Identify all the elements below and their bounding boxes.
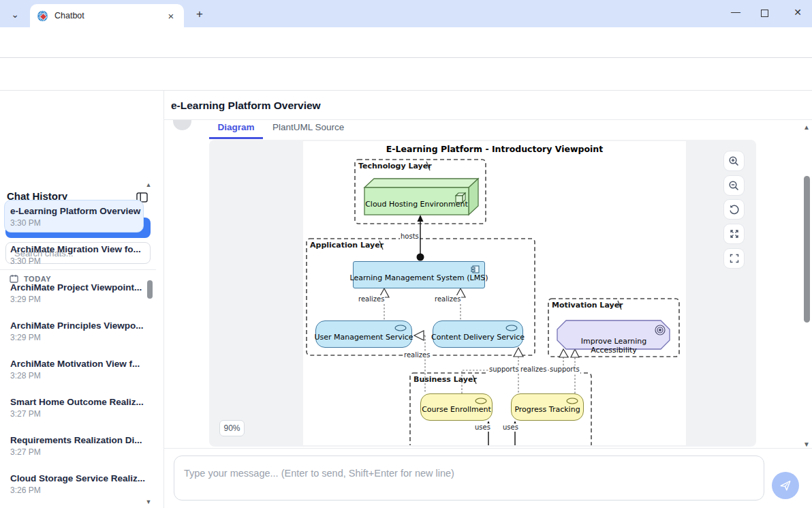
message-input[interactable]: Type your message... (Enter to send, Shi… xyxy=(174,455,764,500)
technology-layer-label: Technology Layer xyxy=(358,162,432,170)
chat-item-time: 3:27 PM xyxy=(10,447,143,457)
tab-close-icon[interactable]: × xyxy=(165,10,177,22)
reset-view-button[interactable] xyxy=(723,199,745,220)
element-ums-label: User Management Service xyxy=(314,333,413,342)
relation-uses-label: uses xyxy=(474,423,491,432)
chat-item-time: 3:30 PM xyxy=(10,218,143,228)
relation-realizes-label: realizes xyxy=(358,295,385,303)
browser-window: ⌄ Chatbot × + — ✕ ← → xyxy=(0,0,812,508)
service-oval-icon xyxy=(394,325,407,331)
send-button[interactable] xyxy=(772,472,799,499)
element-goal: Improve Learning Accessibility xyxy=(559,337,668,355)
component-icon xyxy=(471,265,480,273)
window-maximize-button[interactable] xyxy=(761,10,768,17)
reset-icon xyxy=(728,204,740,215)
chat-item-time: 3:26 PM xyxy=(10,485,143,495)
visual-paradigm-favicon xyxy=(37,10,48,22)
sidebar-scroll-up-icon[interactable]: ▲ xyxy=(144,181,153,188)
chat-item[interactable]: Smart Home Outcome Realiz... 3:27 PM xyxy=(4,391,144,423)
send-plane-icon xyxy=(779,479,792,492)
chat-item-time: 3:29 PM xyxy=(10,333,143,342)
page-title: e-Learning Platform Overview xyxy=(171,100,321,112)
app-header: Chatbot Powered by Visual Paradigm More … xyxy=(0,58,812,91)
fullscreen-icon xyxy=(729,253,740,264)
browser-tabstrip: ⌄ Chatbot × + — ✕ xyxy=(0,0,812,27)
sidebar-scroll-down-icon[interactable]: ▼ xyxy=(144,498,153,505)
element-progress-tracking: Progress Tracking xyxy=(511,393,584,421)
chat-item-title: Smart Home Outcome Realiz... xyxy=(10,397,143,407)
relation-realizes-label: realizes xyxy=(403,351,431,359)
chat-item[interactable]: ArchiMate Motivation View f... 3:28 PM xyxy=(4,353,144,385)
browser-tab[interactable]: Chatbot × xyxy=(30,4,184,27)
chat-item[interactable]: ArchiMate Principles Viewpo... 3:29 PM xyxy=(4,314,144,347)
relation-supports-label: supports xyxy=(488,365,520,374)
diagram-connectors xyxy=(303,141,686,445)
viewer-tabs: Diagram PlantUML Source xyxy=(209,122,344,138)
zoom-out-button[interactable] xyxy=(723,175,745,196)
chat-item[interactable]: ArchiMate Project Viewpoint... 3:29 PM xyxy=(4,276,144,309)
divider xyxy=(164,448,812,449)
sidebar-scrollbar-thumb[interactable] xyxy=(147,280,153,299)
relation-supports-label: supports xyxy=(549,365,580,374)
chat-item-title: e-Learning Platform Overview xyxy=(10,206,143,216)
assistant-avatar xyxy=(173,120,191,130)
element-lms: Learning Management System (LMS) xyxy=(353,261,485,288)
service-oval-icon xyxy=(505,325,518,331)
expand-icon xyxy=(729,228,740,239)
element-course-enrollment: Course Enrollment xyxy=(420,393,493,421)
fullscreen-button[interactable] xyxy=(723,248,745,269)
chevron-down-icon: ⌄ xyxy=(11,9,19,20)
active-tab-underline xyxy=(209,137,263,139)
tab-search-button[interactable]: ⌄ xyxy=(5,5,25,23)
message-input-placeholder: Type your message... (Enter to send, Shi… xyxy=(184,468,454,479)
tab-plantuml-source[interactable]: PlantUML Source xyxy=(272,122,344,138)
chat-item[interactable]: Requirements Realization Di... 3:27 PM xyxy=(4,429,144,462)
chat-item-time: 3:28 PM xyxy=(10,371,143,380)
zoom-out-icon xyxy=(728,180,740,192)
zoom-in-button[interactable] xyxy=(723,151,745,171)
diagram-canvas: E-Learning Platform - Introductory Viewp… xyxy=(303,141,686,445)
window-minimize-button[interactable]: — xyxy=(725,6,746,17)
chat-item-title: ArchiMate Migration View fo... xyxy=(10,244,143,254)
relation-hosts-label: hosts xyxy=(400,233,420,241)
motivation-layer-label: Motivation Layer xyxy=(552,301,623,310)
element-course-label: Course Enrollment xyxy=(422,405,491,414)
service-oval-icon xyxy=(475,398,487,404)
relation-realizes-label: realizes xyxy=(520,365,547,374)
chat-item-time: 3:30 PM xyxy=(10,256,143,266)
element-progress-label: Progress Tracking xyxy=(514,405,580,414)
chat-item-time: 3:27 PM xyxy=(10,409,143,419)
chat-item-time: 3:29 PM xyxy=(10,295,143,304)
diagram-viewer-panel: E-Learning Platform - Introductory Viewp… xyxy=(209,140,756,447)
element-cds-label: Content Delivery Service xyxy=(431,333,525,342)
zoom-in-icon xyxy=(728,155,740,167)
relation-realizes-label: realizes xyxy=(434,295,461,303)
element-content-delivery-service: Content Delivery Service xyxy=(433,320,523,348)
chat-item-title: ArchiMate Motivation View f... xyxy=(10,359,143,369)
chat-scrollbar-thumb[interactable] xyxy=(804,176,810,323)
tab-diagram[interactable]: Diagram xyxy=(209,122,263,138)
chat-scroll-up-icon[interactable]: ▲ xyxy=(802,123,811,131)
zoom-level-badge: 90% xyxy=(219,420,245,436)
service-oval-icon xyxy=(566,398,578,404)
chat-item-title: Cloud Storage Service Realiz... xyxy=(10,473,143,483)
chat-item[interactable]: Cloud Storage Service Realiz... 3:26 PM xyxy=(4,467,144,500)
chat-item[interactable]: e-Learning Platform Overview 3:30 PM xyxy=(4,200,144,233)
element-lms-label: Learning Management System (LMS) xyxy=(350,273,488,282)
chat-item[interactable]: ArchiMate Migration View fo... 3:30 PM xyxy=(4,238,144,271)
element-cloud-hosting: Cloud Hosting Environment xyxy=(364,200,469,209)
chat-message-area: Diagram PlantUML Source E-Learning Platf… xyxy=(164,120,812,448)
expand-button[interactable] xyxy=(723,224,745,244)
window-close-button[interactable]: ✕ xyxy=(787,7,808,18)
new-tab-button[interactable]: + xyxy=(191,6,208,23)
relation-uses-label: uses xyxy=(502,423,519,432)
chat-scroll-down-icon[interactable]: ▼ xyxy=(802,440,811,448)
browser-toolbar: ← → ai-toolbox.visual-paradigm.com/app/c… xyxy=(0,27,812,58)
application-layer-label: Application Layer xyxy=(310,241,384,250)
element-user-management-service: User Management Service xyxy=(315,320,412,348)
business-layer-label: Business Layer xyxy=(413,375,477,384)
tab-title: Chatbot xyxy=(54,11,165,20)
chat-item-title: ArchiMate Principles Viewpo... xyxy=(10,320,143,331)
chat-item-title: ArchiMate Project Viewpoint... xyxy=(10,282,143,293)
sidebar: Chat History + New Chat TODAY e-Learning… xyxy=(0,91,163,508)
